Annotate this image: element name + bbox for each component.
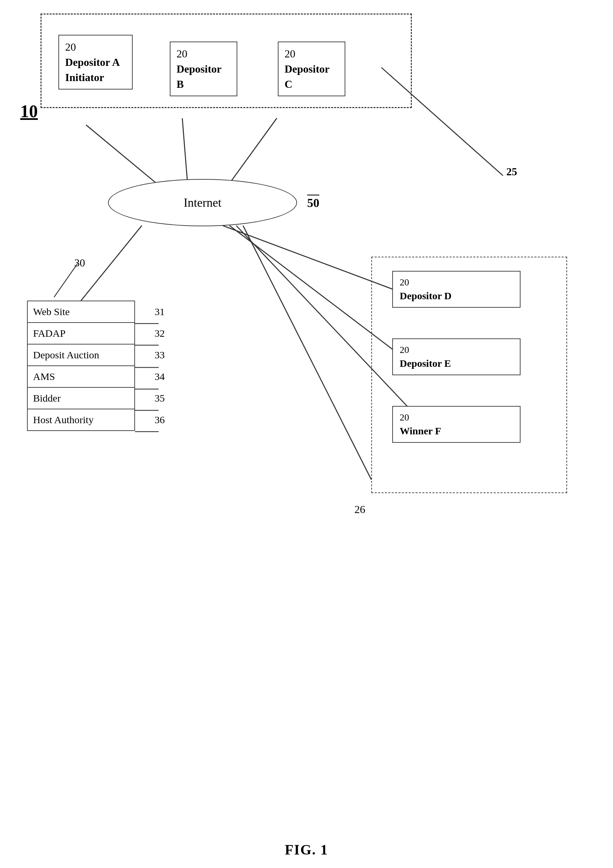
server-row-fadap: FADAP 32 <box>28 323 134 344</box>
website-label: Web Site <box>33 306 70 318</box>
dep-f-ref: 20 <box>400 411 513 424</box>
svg-line-15 <box>54 264 77 297</box>
fadap-num: 32 <box>155 328 165 339</box>
server-row-website: Web Site 31 <box>28 301 134 323</box>
dep-f-name: Winner F <box>400 424 513 438</box>
host-authority-num: 36 <box>155 414 165 426</box>
depositor-c-box: 20 Depositor C <box>278 42 345 96</box>
fadap-label: FADAP <box>33 328 65 339</box>
host-authority-label: Host Authority <box>33 414 93 426</box>
svg-line-8 <box>243 226 371 480</box>
dep-a-name: Depositor A <box>65 55 126 70</box>
deposit-auction-label: Deposit Auction <box>33 349 99 361</box>
ams-label: AMS <box>33 371 55 382</box>
website-num: 31 <box>155 306 165 318</box>
depositor-d-box: 20 Depositor D <box>392 271 520 308</box>
bidder-label: Bidder <box>33 392 61 404</box>
dep-d-name: Depositor D <box>400 289 513 303</box>
internet-ref-label: 50 <box>307 196 319 210</box>
dep-d-ref: 20 <box>400 276 513 289</box>
dep-e-ref: 20 <box>400 343 513 356</box>
diagram-number: 10 <box>20 101 38 121</box>
dep-b-ref: 20 <box>176 46 231 62</box>
right-depositors-group: 20 Depositor D 20 Depositor E 20 Winner … <box>371 257 567 493</box>
internet-ellipse: Internet <box>108 179 297 226</box>
ams-num: 34 <box>155 371 165 382</box>
dep-a-ref: 20 <box>65 40 126 55</box>
dep-e-name: Depositor E <box>400 356 513 370</box>
server-row-deposit-auction: Deposit Auction 33 <box>28 344 134 366</box>
depositor-b-box: 20 Depositor B <box>170 42 237 96</box>
server-row-ams: AMS 34 <box>28 366 134 388</box>
bidder-num: 35 <box>155 392 165 404</box>
depositor-a-box: 20 Depositor A Initiator <box>59 35 133 90</box>
top-depositors-group: 20 Depositor A Initiator 20 Depositor B … <box>40 14 412 108</box>
winner-f-box: 20 Winner F <box>392 406 520 443</box>
label-26: 26 <box>354 503 365 516</box>
figure-label: FIG. 1 <box>285 842 328 858</box>
dep-c-ref: 20 <box>285 46 339 62</box>
deposit-auction-num: 33 <box>155 349 165 361</box>
label-25: 25 <box>506 166 517 178</box>
dep-b-name: Depositor B <box>176 62 231 92</box>
dep-c-name: Depositor C <box>285 62 339 92</box>
internet-label: Internet <box>184 195 221 210</box>
server-row-host-authority: Host Authority 36 <box>28 409 134 430</box>
depositor-e-box: 20 Depositor E <box>392 338 520 375</box>
dep-a-sub: Initiator <box>65 70 126 85</box>
server-row-bidder: Bidder 35 <box>28 388 134 409</box>
server-box: Web Site 31 FADAP 32 Deposit Auction 33 … <box>27 301 135 431</box>
